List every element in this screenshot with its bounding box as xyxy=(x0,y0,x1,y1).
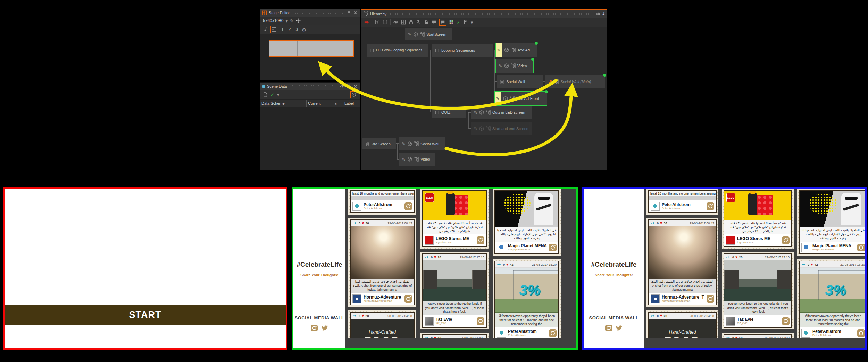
social-card-partial: least 18 months and no one remembers see… xyxy=(648,190,717,213)
check-icon[interactable]: ✓ xyxy=(457,20,460,25)
eye-icon[interactable] xyxy=(393,20,398,25)
gear-icon[interactable]: ⚙ xyxy=(302,27,306,32)
edit-pencil-icon[interactable]: ✎ xyxy=(290,19,294,23)
chevron-down-icon[interactable]: ▾ xyxy=(285,19,288,23)
hierarchy-titlebar[interactable]: Hierarchy 4 xyxy=(361,10,607,18)
photo-lego-ad: LEGO xyxy=(724,191,791,220)
cube-icon xyxy=(504,48,509,52)
wall-sidebar: #CelebrateLife Share Your Thoughts! SOCI… xyxy=(584,189,644,348)
node-social-wall-mid[interactable]: Social Wall xyxy=(497,75,543,88)
layers-icon[interactable] xyxy=(409,20,414,25)
instagram-icon xyxy=(707,202,714,210)
validate-check-icon[interactable]: ✓ xyxy=(270,93,274,97)
comment-toggle-selected[interactable] xyxy=(439,19,446,26)
node-social-wall-main[interactable]: ↗ Social Wall (Main) xyxy=(545,75,605,88)
hierarchy-canvas[interactable]: ✎ StartScreen LED Wall-Looping Sequences… xyxy=(361,27,607,170)
jump-red-arrow-icon[interactable] xyxy=(364,20,369,25)
stage-tab-2[interactable]: 2 xyxy=(287,27,292,32)
scene-data-titlebar[interactable]: Scene Data xyxy=(260,83,360,90)
photo-sliver xyxy=(649,196,716,200)
photo-sliver xyxy=(351,196,414,200)
edit-tab[interactable]: ✎ xyxy=(496,43,502,57)
eye-icon[interactable] xyxy=(340,84,345,89)
node-text-ad-front[interactable]: ✎ Text Ad-Front xyxy=(494,91,547,106)
sort-arrow-icon: ◂ xyxy=(334,101,336,106)
node-text-ad[interactable]: ✎ Text Ad xyxy=(495,43,537,57)
pencil-icon: ✎ xyxy=(474,110,477,115)
node-start-screen[interactable]: ✎ StartScreen xyxy=(405,28,452,40)
instagram-icon xyxy=(549,329,557,337)
chevron-down-icon[interactable]: ▾ xyxy=(277,93,279,97)
social-card-canal: 0♥2029-08-2017 17:10 You've never been t… xyxy=(422,253,487,328)
pencil-icon: ✎ xyxy=(402,157,406,162)
key-icon[interactable] xyxy=(416,20,421,25)
pin-icon[interactable] xyxy=(347,84,351,89)
social-card-magic-planet: في الماجيك بلانيت اللعب ليس له نهاية. ان… xyxy=(494,190,559,254)
column-header-current[interactable]: Current◂ xyxy=(307,100,338,107)
pin-icon[interactable] xyxy=(347,10,351,15)
cube-icon xyxy=(479,110,484,115)
stage-preview-area[interactable] xyxy=(260,34,360,80)
comment-icon[interactable] xyxy=(432,20,436,25)
active-dot xyxy=(545,90,548,93)
lock-icon[interactable] xyxy=(424,20,429,25)
close-icon[interactable] xyxy=(353,10,358,15)
node-led-wall-looping[interactable]: LED Wall-Looping Sequences xyxy=(367,44,428,57)
node-video-bottom[interactable]: ✎ Video xyxy=(399,153,435,166)
node-video[interactable]: ✎ Video xyxy=(495,59,534,73)
stage-tab-3[interactable]: 3 xyxy=(294,27,299,32)
layers-icon xyxy=(369,48,374,53)
tree-glyph-icon xyxy=(414,157,419,162)
column-header-label[interactable]: Label xyxy=(338,100,360,107)
trooper-figure xyxy=(841,193,861,225)
photo-building-3pct: 3% @footnoteMaven Apparently they'd been… xyxy=(495,268,558,327)
wall-column-1: least 18 months and no one remembers see… xyxy=(348,189,416,338)
color-grid-icon[interactable] xyxy=(449,20,454,25)
close-icon[interactable] xyxy=(353,84,358,89)
hierarchy-icon xyxy=(364,11,368,16)
stage-tab-1[interactable]: 1 xyxy=(280,27,285,32)
wall-tagline: Share Your Thoughts! xyxy=(300,273,338,277)
social-card-lego: LEGO عيدكم يبدأ معنا! احصلوا على خصم ٣٠٪… xyxy=(422,190,487,247)
export-icon[interactable] xyxy=(375,20,380,25)
node-social-wall-bottom[interactable]: ✎ Social Wall xyxy=(399,137,445,150)
broom-icon[interactable] xyxy=(263,27,268,32)
history-clock-button-selected[interactable] xyxy=(350,91,357,98)
retweet-icon xyxy=(352,222,357,225)
lego-minifigure xyxy=(748,193,757,215)
photo-lego-ad: LEGO xyxy=(423,191,486,220)
preview-social-wall-3rd-screen: #CelebrateLife Share Your Thoughts! SOCI… xyxy=(582,187,867,350)
node-start-and-end-screen[interactable]: ✎ Start and end Screen xyxy=(471,122,532,135)
node-quiz[interactable]: QUIZ xyxy=(432,106,466,118)
scene-data-empty-table[interactable] xyxy=(260,107,360,170)
column-header-data-scheme[interactable]: Data Scheme xyxy=(260,100,307,107)
titlebar-drag-dots xyxy=(293,11,343,14)
xml-document-icon[interactable] xyxy=(263,92,268,97)
wall-sidebar: #CelebrateLife Share Your Thoughts! SOCI… xyxy=(293,189,345,348)
scene-data-panel: Scene Data ✓ ▾ Data Scheme Current◂ Labe… xyxy=(260,82,360,170)
node-3rd-screen[interactable]: 3rd Screen xyxy=(362,138,396,149)
layout-icon[interactable] xyxy=(401,20,406,25)
import-icon[interactable] xyxy=(383,20,387,25)
layout-mode-button-selected[interactable] xyxy=(270,26,277,33)
cube-icon xyxy=(407,157,412,162)
active-dot xyxy=(531,58,534,61)
cube-icon xyxy=(479,126,484,131)
stage-editor-titlebar[interactable]: Stage Editor xyxy=(260,9,360,17)
stage-screens-rect[interactable] xyxy=(269,40,354,57)
node-looping-sequences[interactable]: Looping Sequences xyxy=(432,44,493,57)
flag-icon[interactable] xyxy=(463,20,468,25)
chevron-down-icon[interactable]: ▾ xyxy=(471,20,473,25)
social-card-food: 0♥2828-08-2017 04:38 Hand-Crafted FOOD xyxy=(648,312,717,338)
cube-icon xyxy=(503,96,508,101)
twitter-icon xyxy=(616,325,623,331)
wall-column-1: least 18 months and no one remembers see… xyxy=(646,189,718,338)
eye-icon[interactable] xyxy=(596,11,601,16)
move-icon[interactable] xyxy=(296,18,301,23)
wall-card-grid: least 18 months and no one remembers see… xyxy=(644,189,865,348)
edit-tab[interactable]: ✎ xyxy=(495,92,501,105)
node-quiz-in-led-screen[interactable]: ✎ Quiz in LED screen xyxy=(471,106,532,119)
social-card-sunset: 0♥3629-08-2017 00:43 لقطة من احدى جولات … xyxy=(350,219,415,305)
lego-logo: LEGO xyxy=(726,193,735,202)
stage-resolution[interactable]: 5760x1080 xyxy=(263,18,283,23)
